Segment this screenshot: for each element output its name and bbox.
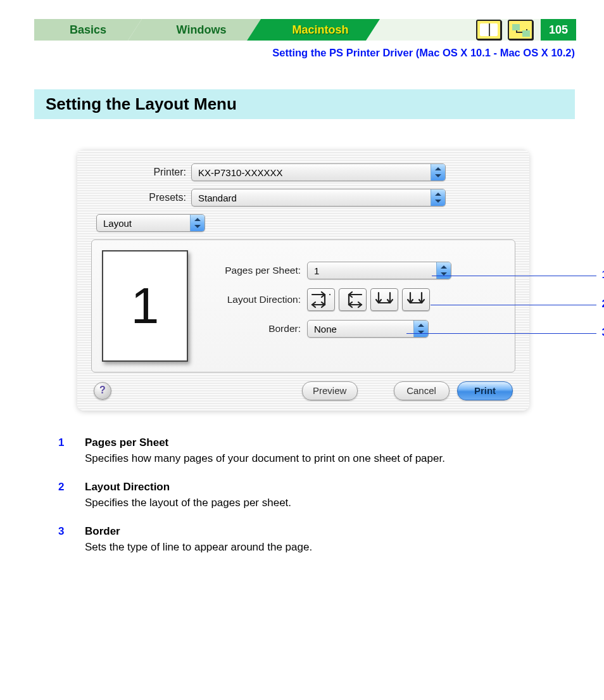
border-select[interactable]: None: [307, 320, 429, 338]
tab-windows[interactable]: Windows: [128, 19, 261, 41]
callout-line-1: 1: [432, 276, 596, 277]
cancel-button[interactable]: Cancel: [394, 381, 450, 400]
description-text: Specifies the layout of the pages per sh…: [85, 496, 291, 511]
pane-select[interactable]: Layout: [96, 214, 205, 232]
callout-num-2: 2: [602, 298, 604, 310]
page-preview: 1: [102, 250, 188, 362]
presets-select[interactable]: Standard: [191, 189, 446, 207]
pages-per-sheet-select[interactable]: 1: [307, 262, 451, 279]
presets-value: Standard: [198, 193, 237, 203]
description-num: 2: [58, 480, 85, 511]
toolbar-gap: [352, 19, 541, 41]
book-icon[interactable]: [476, 20, 501, 40]
tab-basics[interactable]: Basics: [34, 19, 142, 41]
layout-dir-tb-rl-button[interactable]: [402, 288, 430, 311]
description-title: Pages per Sheet: [85, 436, 445, 450]
updown-icon: [431, 164, 445, 181]
printer-value: KX-P7310-XXXXXX: [198, 167, 282, 178]
description-title: Border: [85, 525, 312, 539]
description-title: Layout Direction: [85, 480, 291, 495]
top-tab-bar: Basics Windows Macintosh 105: [34, 19, 576, 41]
updown-icon: [413, 321, 428, 337]
callout-line-3: 3: [406, 333, 596, 334]
page-number: 105: [541, 19, 576, 41]
pages-per-sheet-label: Pages per Sheet:: [206, 265, 307, 276]
callout-line-2: 2: [431, 305, 596, 306]
description-num: 1: [58, 436, 85, 466]
network-icon[interactable]: [508, 20, 533, 40]
layout-groupbox: 1 Pages per Sheet: 1 Layout Direction:: [91, 239, 515, 372]
description-text: Specifies how many pages of your documen…: [85, 452, 445, 466]
border-label: Border:: [206, 323, 307, 334]
updown-icon: [190, 215, 204, 231]
layout-dir-tb-lr-button[interactable]: [370, 288, 398, 311]
description-item: 3 Border Sets the type of line to appear…: [58, 525, 566, 555]
description-item: 2 Layout Direction Specifies the layout …: [58, 480, 566, 511]
printer-label: Printer:: [91, 167, 191, 178]
layout-dir-rl-tb-button[interactable]: [339, 288, 367, 311]
preview-button[interactable]: Preview: [302, 381, 358, 400]
layout-dir-lr-tb-button[interactable]: [307, 288, 335, 311]
print-dialog: Printer: KX-P7310-XXXXXX Presets: Standa…: [77, 150, 529, 410]
callout-num-1: 1: [602, 269, 604, 281]
description-num: 3: [58, 525, 85, 555]
pane-value: Layout: [103, 218, 132, 229]
description-text: Sets the type of line to appear around t…: [85, 540, 312, 555]
printer-select[interactable]: KX-P7310-XXXXXX: [191, 163, 446, 181]
tab-macintosh[interactable]: Macintosh: [247, 19, 380, 41]
presets-label: Presets:: [91, 192, 191, 203]
pages-per-sheet-value: 1: [314, 265, 319, 276]
description-item: 1 Pages per Sheet Specifies how many pag…: [58, 436, 566, 466]
breadcrumb: Setting the PS Printer Driver (Mac OS X …: [0, 47, 575, 59]
preview-pagenum: 1: [131, 277, 160, 335]
help-button[interactable]: ?: [94, 382, 111, 400]
layout-direction-label: Layout Direction:: [206, 294, 307, 305]
section-title: Setting the Layout Menu: [34, 89, 575, 119]
print-button[interactable]: Print: [457, 381, 513, 400]
updown-icon: [431, 189, 445, 206]
callout-num-3: 3: [602, 326, 604, 339]
border-value: None: [314, 324, 337, 334]
description-list: 1 Pages per Sheet Specifies how many pag…: [58, 436, 566, 555]
